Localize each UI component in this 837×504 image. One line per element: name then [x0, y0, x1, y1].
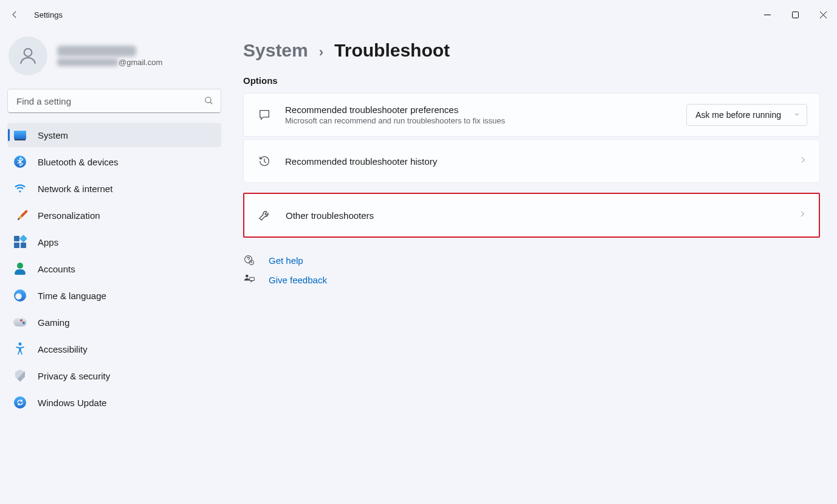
page-title: Troubleshoot	[334, 40, 450, 61]
sidebar-item-label: Network & internet	[38, 184, 112, 194]
back-button[interactable]	[9, 9, 21, 21]
give-feedback-row: Give feedback	[243, 274, 820, 285]
svg-rect-7	[250, 277, 255, 280]
sidebar-item-label: Accessibility	[38, 344, 88, 354]
card-subtitle: Microsoft can recommend and run troubles…	[285, 116, 674, 125]
sidebar-item-label: Apps	[38, 237, 58, 247]
card-history: Recommended troubleshooter history	[243, 139, 820, 183]
search-input[interactable]	[7, 89, 221, 113]
accessibility-icon	[13, 342, 27, 356]
breadcrumb-parent[interactable]: System	[243, 40, 308, 61]
sidebar-item-network[interactable]: Network & internet	[7, 176, 221, 201]
sidebar-item-label: Privacy & security	[38, 371, 110, 381]
card-title: Other troubleshooters	[286, 210, 786, 221]
search-icon	[204, 95, 214, 108]
sidebar-item-bluetooth[interactable]: Bluetooth & devices	[7, 150, 221, 174]
sidebar: @gmail.com System Bluetooth & devices Ne…	[0, 29, 229, 415]
sidebar-item-accessibility[interactable]: Accessibility	[7, 337, 221, 361]
sidebar-item-update[interactable]: Windows Update	[7, 390, 221, 415]
history-icon	[256, 154, 273, 168]
sidebar-item-label: Accounts	[38, 264, 75, 274]
svg-rect-0	[792, 12, 798, 18]
clock-icon	[13, 289, 27, 302]
bluetooth-icon	[13, 155, 27, 168]
sidebar-item-label: Gaming	[38, 317, 70, 328]
wifi-icon	[13, 182, 27, 195]
user-email: @gmail.com	[57, 58, 162, 67]
sidebar-item-label: Windows Update	[38, 398, 106, 408]
maximize-button[interactable]	[781, 5, 809, 24]
sidebar-item-label: Bluetooth & devices	[38, 157, 119, 167]
chevron-down-icon	[793, 110, 801, 120]
apps-icon	[13, 235, 27, 249]
sidebar-item-label: System	[38, 130, 68, 140]
svg-point-1	[24, 49, 32, 57]
user-block[interactable]: @gmail.com	[7, 36, 221, 85]
dropdown-value: Ask me before running	[695, 110, 781, 120]
update-icon	[13, 396, 27, 409]
sidebar-item-system[interactable]: System	[7, 123, 221, 147]
sidebar-item-personalization[interactable]: Personalization	[7, 203, 221, 227]
history-row[interactable]: Recommended troubleshooter history	[244, 140, 819, 182]
accounts-icon	[13, 262, 27, 275]
content: System › Troubleshoot Options Recommende…	[229, 29, 837, 415]
help-icon	[243, 255, 255, 266]
chevron-right-icon	[799, 156, 807, 167]
card-recommended-prefs: Recommended troubleshooter preferences M…	[243, 93, 820, 137]
chevron-right-icon	[798, 210, 807, 221]
app-title: Settings	[34, 10, 63, 19]
other-troubleshooters-row[interactable]: Other troubleshooters	[244, 194, 819, 236]
titlebar: Settings	[0, 0, 837, 29]
sidebar-item-label: Time & language	[38, 291, 106, 301]
svg-point-2	[205, 97, 211, 103]
user-name	[57, 46, 136, 57]
sidebar-item-label: Personalization	[38, 210, 100, 221]
sidebar-item-gaming[interactable]: Gaming	[7, 310, 221, 334]
search-box	[7, 89, 221, 113]
section-heading: Options	[243, 75, 820, 86]
card-other-troubleshooters: Other troubleshooters	[243, 193, 820, 238]
get-help-row: Get help	[243, 255, 820, 266]
shield-icon	[13, 369, 27, 382]
give-feedback-link[interactable]: Give feedback	[269, 275, 327, 285]
chevron-right-icon: ›	[319, 44, 323, 60]
avatar	[9, 36, 47, 75]
close-button[interactable]	[809, 5, 837, 24]
help-links: Get help Give feedback	[243, 255, 820, 285]
chat-icon	[256, 108, 273, 122]
minimize-button[interactable]	[753, 5, 781, 24]
sidebar-item-accounts[interactable]: Accounts	[7, 257, 221, 281]
card-title: Recommended troubleshooter preferences	[285, 105, 674, 115]
svg-point-6	[246, 275, 249, 278]
sidebar-item-time[interactable]: Time & language	[7, 283, 221, 308]
sidebar-item-privacy[interactable]: Privacy & security	[7, 364, 221, 388]
feedback-icon	[243, 274, 255, 285]
sidebar-item-apps[interactable]: Apps	[7, 230, 221, 254]
breadcrumb: System › Troubleshoot	[243, 40, 820, 61]
get-help-link[interactable]: Get help	[269, 255, 303, 266]
svg-point-3	[19, 342, 22, 345]
troubleshooter-pref-dropdown[interactable]: Ask me before running	[686, 104, 807, 126]
window-controls	[753, 5, 837, 24]
card-title: Recommended troubleshooter history	[285, 156, 787, 167]
gamepad-icon	[13, 316, 27, 329]
nav-list: System Bluetooth & devices Network & int…	[7, 123, 221, 415]
paintbrush-icon	[13, 209, 27, 222]
system-icon	[13, 128, 27, 142]
wrench-icon	[257, 208, 274, 223]
